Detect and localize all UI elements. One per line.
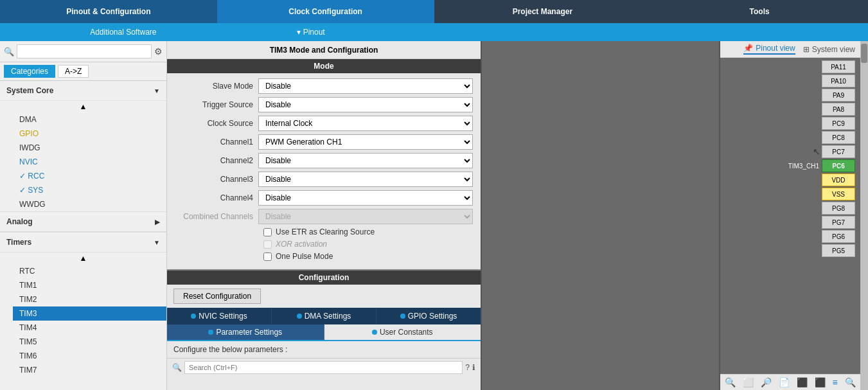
list-icon[interactable]: ≡ — [832, 377, 837, 387]
section-analog-header[interactable]: Analog ▶ — [0, 211, 166, 232]
section-timers: Timers ▼ ▲ RTC TIM1 TIM2 TIM3 TIM4 TIM5 … — [0, 232, 166, 377]
sidebar-item-nvic[interactable]: NVIC — [13, 155, 166, 169]
select-slave-mode[interactable]: Disable — [258, 78, 473, 94]
scrollbar-thumb[interactable] — [861, 44, 867, 63]
select-clock-source[interactable]: Internal Clock — [258, 116, 473, 131]
dot-icon-2 — [297, 314, 302, 319]
tab-categories[interactable]: Categories — [4, 65, 55, 78]
sub-nav-additional-software[interactable]: Additional Software — [0, 28, 247, 37]
sidebar-item-tim7[interactable]: TIM7 — [13, 363, 166, 377]
pin-box-pc8[interactable]: PC8 — [822, 131, 855, 144]
fit-view-icon[interactable]: ⬜ — [743, 377, 754, 387]
config-header: Configuration — [167, 270, 481, 285]
sidebar-item-sys[interactable]: ✓ SYS — [13, 183, 166, 197]
nav-clock-config[interactable]: Clock Configuration — [217, 0, 434, 23]
scroll-up-btn[interactable]: ▲ — [0, 101, 166, 112]
mode-content: Slave Mode Disable Trigger Source Disabl… — [167, 73, 481, 269]
sidebar-item-rcc[interactable]: ✓ RCC — [13, 169, 166, 183]
main-area: 🔍 ⚙ Categories A->Z System Core ▼ ▲ — [0, 41, 868, 390]
pin-box-pa10[interactable]: PA10 — [822, 75, 855, 87]
nav-tools[interactable]: Tools — [651, 0, 868, 23]
subtab-parameter-settings[interactable]: Parameter Settings — [167, 324, 324, 340]
pin-box-pg5[interactable]: PG5 — [822, 244, 855, 257]
section-timers-header[interactable]: Timers ▼ — [0, 232, 166, 253]
right-panel-bottom-toolbar: 🔍 ⬜ 🔎 📄 ⬛ ⬛ ≡ 🔍 — [720, 374, 860, 390]
section-system-core-header[interactable]: System Core ▼ — [0, 81, 166, 101]
zoom-in-icon[interactable]: 🔎 — [761, 377, 772, 387]
pin-box-vdd[interactable]: VDD — [822, 173, 855, 186]
view-tab-system[interactable]: ⊞ System view — [803, 45, 855, 54]
export-icon[interactable]: 📄 — [779, 377, 790, 387]
pinout-view-icon: 📌 — [743, 44, 753, 53]
scroll-up-btn-2[interactable]: ▲ — [0, 253, 166, 264]
sidebar-item-wwdg[interactable]: WWDG — [13, 197, 166, 211]
select-channel4[interactable]: Disable — [258, 190, 473, 206]
pin-box-pc9[interactable]: PC9 — [822, 117, 855, 130]
pin-box-pa8[interactable]: PA8 — [822, 103, 855, 116]
tab-nvic-settings[interactable]: NVIC Settings — [167, 308, 272, 324]
sidebar-item-dma[interactable]: DMA — [13, 112, 166, 127]
pin-box-pc7[interactable]: PC7 — [822, 145, 855, 158]
nav-project-manager[interactable]: Project Manager — [434, 0, 651, 23]
sidebar-item-tim3[interactable]: TIM3 — [13, 306, 166, 321]
form-row-slave-mode: Slave Mode Disable — [175, 78, 473, 94]
select-channel1[interactable]: PWM Generation CH1 — [258, 134, 473, 150]
pin-row-pa9: PA9 — [725, 89, 855, 102]
reset-configuration-button[interactable]: Reset Configuration — [173, 288, 261, 304]
form-row-combined-channels: Combined Channels Disable — [175, 209, 473, 224]
section-system-core-items: DMA GPIO IWDG NVIC ✓ RCC ✓ SYS WWDG — [0, 112, 166, 211]
pin-row-pa11: PA11 — [725, 60, 855, 73]
form-row-trigger-source: Trigger Source Disable — [175, 97, 473, 112]
search-view-icon[interactable]: 🔍 — [845, 377, 856, 387]
pin-row-pa10: PA10 — [725, 75, 855, 87]
view-tab-pinout[interactable]: 📌 Pinout view — [743, 44, 795, 55]
sidebar-item-tim4[interactable]: TIM4 — [13, 321, 166, 335]
pin-row-pg6: PG6 — [725, 230, 855, 243]
layout-icon[interactable]: ⬛ — [815, 377, 826, 387]
sidebar-item-tim6[interactable]: TIM6 — [13, 349, 166, 363]
sidebar-content: System Core ▼ ▲ DMA GPIO IWDG NVIC ✓ RCC… — [0, 81, 166, 390]
label-channel4: Channel4 — [175, 193, 258, 202]
center-panel-title: TIM3 Mode and Configuration — [167, 41, 481, 59]
tab-gpio-settings[interactable]: GPIO Settings — [376, 308, 481, 324]
sidebar-item-rtc[interactable]: RTC — [13, 264, 166, 278]
gear-icon[interactable]: ⚙ — [154, 46, 163, 57]
pin-row-vdd: VDD — [725, 173, 855, 186]
pin-box-pg7[interactable]: PG7 — [822, 216, 855, 229]
pin-box-pc6[interactable]: PC6 — [822, 159, 855, 172]
select-trigger-source[interactable]: Disable — [258, 97, 473, 112]
pin-row-pc6: TIM3_CH1 PC6 — [725, 159, 855, 172]
tab-az[interactable]: A->Z — [58, 65, 89, 78]
pin-box-pa11[interactable]: PA11 — [822, 60, 855, 73]
info-icon[interactable]: ℹ — [472, 363, 475, 372]
checkbox-etr[interactable] — [263, 228, 272, 236]
sub-nav-pinout[interactable]: ▾ Pinout — [247, 28, 375, 37]
sidebar-item-tim2[interactable]: TIM2 — [13, 292, 166, 306]
zoom-out-icon[interactable]: 🔍 — [725, 377, 736, 387]
sidebar-search-input[interactable] — [17, 44, 152, 58]
checkbox-one-pulse[interactable] — [263, 253, 272, 261]
sidebar-item-tim1[interactable]: TIM1 — [13, 278, 166, 292]
sidebar-item-tim5[interactable]: TIM5 — [13, 335, 166, 349]
pin-box-pa9[interactable]: PA9 — [822, 89, 855, 102]
pin-box-pg6[interactable]: PG6 — [822, 230, 855, 243]
dot-icon — [191, 314, 196, 319]
label-channel3: Channel3 — [175, 175, 258, 184]
sidebar-item-iwdg[interactable]: IWDG — [13, 141, 166, 155]
subtab-user-constants[interactable]: User Constants — [324, 324, 481, 340]
pin-row-pc9: PC9 — [725, 117, 855, 130]
vertical-scrollbar[interactable] — [860, 41, 868, 390]
config-search-input[interactable] — [184, 361, 463, 374]
section-system-core: System Core ▼ ▲ DMA GPIO IWDG NVIC ✓ RCC… — [0, 81, 166, 211]
nav-pinout-config[interactable]: Pinout & Configuration — [0, 0, 217, 23]
select-channel3[interactable]: Disable — [258, 172, 473, 187]
tab-dma-settings[interactable]: DMA Settings — [272, 308, 376, 324]
pin-list: PA11 PA10 PA9 PA8 PC9 PC8 — [720, 58, 860, 374]
select-channel2[interactable]: Disable — [258, 153, 473, 168]
sidebar-item-gpio[interactable]: GPIO — [13, 127, 166, 141]
pin-box-vss[interactable]: VSS — [822, 188, 855, 200]
help-circle-icon[interactable]: ? — [465, 363, 470, 372]
pin-row-pa8: PA8 — [725, 103, 855, 116]
chip-icon[interactable]: ⬛ — [797, 377, 808, 387]
pin-box-pg8[interactable]: PG8 — [822, 202, 855, 215]
